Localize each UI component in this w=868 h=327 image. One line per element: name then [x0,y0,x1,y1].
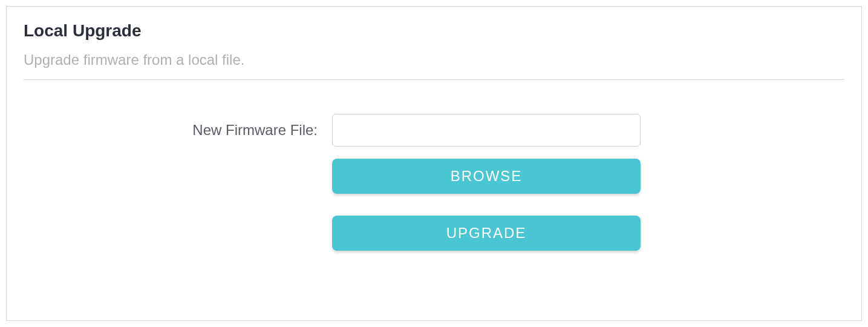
firmware-file-row: New Firmware File: [24,114,844,147]
upgrade-button[interactable]: UPGRADE [332,216,641,251]
panel-description: Upgrade firmware from a local file. [24,51,844,68]
browse-row: BROWSE [24,159,844,194]
firmware-file-input[interactable] [332,114,641,147]
divider [24,79,844,80]
upgrade-row: UPGRADE [24,216,844,251]
firmware-file-label: New Firmware File: [24,122,332,139]
browse-button[interactable]: BROWSE [332,159,641,194]
spacer [24,216,332,251]
local-upgrade-panel: Local Upgrade Upgrade firmware from a lo… [6,6,862,321]
panel-title: Local Upgrade [24,21,844,41]
spacer [24,159,332,194]
